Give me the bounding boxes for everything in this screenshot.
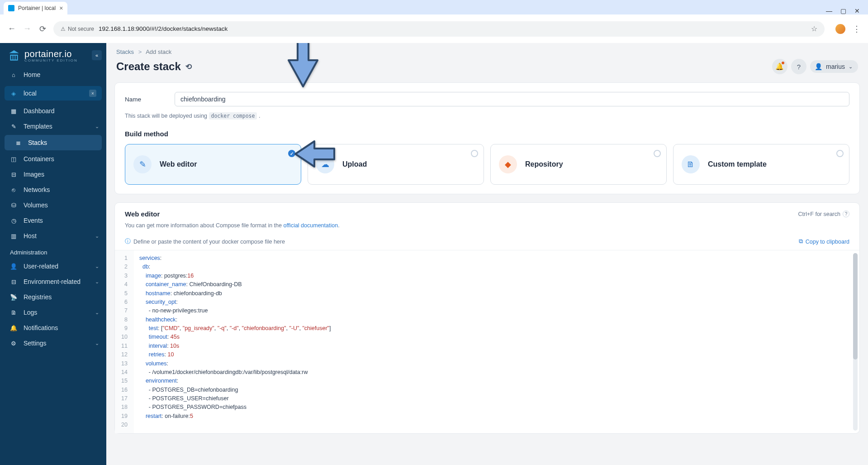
whale-icon: ◈ bbox=[10, 90, 17, 97]
sidebar-item-home[interactable]: ⌂ Home bbox=[0, 67, 106, 82]
chrome-menu-icon[interactable]: ⋮ bbox=[853, 24, 861, 34]
minimize-icon[interactable]: — bbox=[826, 7, 832, 14]
sidebar-item-notifications[interactable]: 🔔Notifications bbox=[0, 320, 106, 336]
sidebar-collapse-button[interactable]: « bbox=[92, 50, 102, 60]
clock-icon: ◷ bbox=[10, 217, 17, 224]
editor-help-text: You can get more information about Compo… bbox=[115, 221, 859, 235]
web-editor-card: Web editor Ctrl+F for search ? You can g… bbox=[114, 202, 860, 434]
user-icon: 👤 bbox=[815, 63, 822, 70]
sidebar-item-images[interactable]: ⊟Images bbox=[0, 167, 106, 182]
users-icon: 👤 bbox=[10, 263, 17, 270]
sidebar-item-events[interactable]: ◷Events bbox=[0, 213, 106, 228]
bell-icon: 🔔 bbox=[10, 325, 17, 331]
sidebar-item-dashboard[interactable]: ▦Dashboard bbox=[0, 103, 106, 119]
radio-icon bbox=[836, 150, 844, 157]
browser-tab[interactable]: Portainer | local × bbox=[4, 2, 67, 14]
chevron-down-icon: ⌄ bbox=[95, 233, 99, 239]
radio-selected-icon bbox=[288, 150, 295, 157]
radio-icon: 📡 bbox=[10, 294, 17, 301]
back-button[interactable]: ← bbox=[7, 24, 16, 34]
docs-link[interactable]: official documentation bbox=[283, 222, 338, 229]
stack-name-input[interactable] bbox=[175, 92, 849, 106]
edit-icon: ✎ bbox=[10, 123, 17, 130]
brand-name: portainer.io bbox=[24, 49, 78, 58]
sidebar-item-templates[interactable]: ✎Templates⌄ bbox=[0, 119, 106, 134]
chevron-down-icon: ⌄ bbox=[849, 64, 853, 70]
sidebar-item-settings[interactable]: ⚙Settings⌄ bbox=[0, 336, 106, 351]
editor-title: Web editor bbox=[125, 210, 160, 218]
tab-title: Portainer | local bbox=[18, 5, 56, 11]
stack-form-card: Name This stack will be deployed using d… bbox=[114, 82, 860, 194]
edit-icon: ✎ bbox=[133, 155, 152, 173]
method-repository[interactable]: ◆ Repository bbox=[490, 144, 667, 185]
sidebar-item-host[interactable]: ▥Host⌄ bbox=[0, 228, 106, 244]
close-window-icon[interactable]: ✕ bbox=[854, 7, 860, 14]
code-body[interactable]: services: db: image: postgres:16 contain… bbox=[134, 250, 859, 433]
forward-button[interactable]: → bbox=[23, 24, 32, 34]
disc-icon: ⊟ bbox=[10, 171, 17, 178]
bookmark-star-icon[interactable]: ☆ bbox=[811, 24, 817, 33]
url-text: 192.168.1.18:9000/#!/2/docker/stacks/new… bbox=[99, 25, 228, 32]
help-icon[interactable]: ? bbox=[843, 211, 849, 217]
close-tab-icon[interactable]: × bbox=[59, 5, 63, 12]
method-web-editor[interactable]: ✎ Web editor bbox=[125, 144, 301, 185]
name-label: Name bbox=[125, 96, 166, 103]
security-chip[interactable]: ⚠ Not secure bbox=[61, 26, 94, 32]
copy-to-clipboard-button[interactable]: ⧉ Copy to clipboard bbox=[799, 238, 849, 245]
method-upload[interactable]: ☁ Upload bbox=[308, 144, 484, 185]
layers-icon: ≣ bbox=[14, 139, 22, 146]
chevron-down-icon: ⌄ bbox=[95, 124, 99, 129]
help-button[interactable]: ? bbox=[791, 59, 806, 74]
git-icon: ◆ bbox=[499, 155, 517, 173]
page-title: Create stack ⟲ bbox=[116, 60, 192, 73]
hdd-icon: ⊟ bbox=[10, 278, 17, 285]
sidebar-item-stacks[interactable]: ≣Stacks bbox=[5, 135, 102, 150]
sidebar-environment[interactable]: ◈ local × bbox=[5, 86, 102, 101]
sidebar: portainer.io COMMUNITY EDITION « ⌂ Home … bbox=[0, 43, 106, 465]
share-icon: ⎋ bbox=[10, 187, 17, 193]
breadcrumb: Stacks > Add stack bbox=[106, 43, 868, 56]
chevron-down-icon: ⌄ bbox=[95, 340, 99, 346]
browser-chrome: Portainer | local × — ▢ ✕ ← → ⟳ ⚠ Not se… bbox=[0, 0, 868, 43]
box-icon: ◫ bbox=[10, 156, 17, 163]
address-bar[interactable]: ⚠ Not secure 192.168.1.18:9000/#!/2/dock… bbox=[53, 21, 825, 37]
address-row: ← → ⟳ ⚠ Not secure 192.168.1.18:9000/#!/… bbox=[0, 14, 868, 43]
sidebar-item-volumes[interactable]: ⛁Volumes bbox=[0, 197, 106, 213]
user-menu[interactable]: 👤 marius ⌄ bbox=[810, 60, 858, 73]
sidebar-item-registries[interactable]: 📡Registries bbox=[0, 289, 106, 305]
window-controls: — ▢ ✕ bbox=[826, 4, 868, 14]
close-env-icon[interactable]: × bbox=[89, 90, 96, 97]
editor-scrollbar[interactable] bbox=[853, 253, 858, 431]
sidebar-item-containers[interactable]: ◫Containers bbox=[0, 151, 106, 167]
grid-icon: ▦ bbox=[10, 108, 17, 115]
reload-button[interactable]: ⟳ bbox=[38, 24, 47, 34]
copy-icon: ⧉ bbox=[799, 238, 803, 245]
warning-icon: ⚠ bbox=[61, 26, 66, 32]
admin-section-label: Administration bbox=[0, 244, 106, 259]
tab-bar: Portainer | local × — ▢ ✕ bbox=[0, 0, 868, 14]
maximize-icon[interactable]: ▢ bbox=[840, 7, 846, 14]
scrollbar-thumb[interactable] bbox=[853, 253, 858, 360]
file-icon: 🗎 bbox=[10, 309, 17, 316]
server-icon: ▥ bbox=[10, 233, 17, 240]
compose-editor[interactable]: 1234567891011121314151617181920 services… bbox=[115, 250, 859, 433]
sidebar-item-networks[interactable]: ⎋Networks bbox=[0, 182, 106, 197]
editor-placeholder-hint: ⓘ Define or paste the content of your do… bbox=[125, 238, 285, 245]
sidebar-item-user-related[interactable]: 👤User-related⌄ bbox=[0, 259, 106, 274]
profile-avatar[interactable] bbox=[835, 24, 845, 34]
sidebar-item-logs[interactable]: 🗎Logs⌄ bbox=[0, 305, 106, 320]
svg-rect-0 bbox=[11, 55, 13, 59]
refresh-icon[interactable]: ⟲ bbox=[185, 62, 192, 72]
breadcrumb-root[interactable]: Stacks bbox=[116, 48, 134, 55]
line-gutter: 1234567891011121314151617181920 bbox=[115, 250, 134, 433]
chevron-down-icon: ⌄ bbox=[95, 279, 99, 285]
build-method-title: Build method bbox=[125, 130, 849, 138]
database-icon: ⛁ bbox=[10, 202, 17, 209]
method-custom-template[interactable]: 🗎 Custom template bbox=[673, 144, 849, 185]
sidebar-item-environment-related[interactable]: ⊟Environment-related⌄ bbox=[0, 274, 106, 289]
build-method-grid: ✎ Web editor ☁ Upload ◆ Repository 🗎 Cus… bbox=[125, 144, 849, 185]
notifications-button[interactable]: 🔔 bbox=[772, 59, 787, 74]
main-content: Stacks > Add stack Create stack ⟲ 🔔 ? 👤 … bbox=[106, 43, 868, 465]
template-icon: 🗎 bbox=[682, 155, 700, 173]
chevron-down-icon: ⌄ bbox=[95, 264, 99, 269]
